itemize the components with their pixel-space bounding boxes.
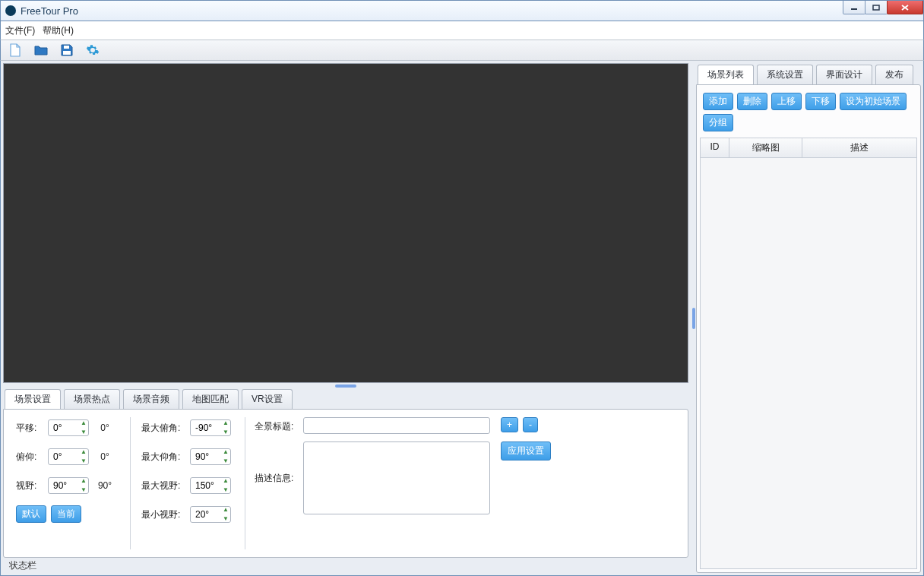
new-file-icon[interactable] <box>8 43 22 57</box>
toolbar <box>0 40 924 61</box>
window-titlebar: FreeTour Pro <box>0 0 924 21</box>
minus-button[interactable]: - <box>523 417 538 432</box>
gear-icon[interactable] <box>86 43 100 57</box>
move-down-button[interactable]: 下移 <box>805 93 836 110</box>
min-fov-label: 最小视野: <box>141 508 185 521</box>
group-button[interactable]: 分组 <box>703 114 733 131</box>
tilt-down-icon[interactable]: ▼ <box>80 458 87 464</box>
window-title: FreeTour Pro <box>21 5 78 17</box>
scene-settings-body: 平移: ▲▼ 0° 俯仰: ▲▼ 0° <box>3 409 688 558</box>
tab-scene-hotspots[interactable]: 场景热点 <box>64 389 120 409</box>
tilt-up-icon[interactable]: ▲ <box>80 449 87 455</box>
menu-help[interactable]: 帮助(H) <box>43 24 74 37</box>
tilt-spinner[interactable]: ▲▼ <box>48 448 89 465</box>
tab-system-settings[interactable]: 系统设置 <box>757 65 813 84</box>
default-button[interactable]: 默认 <box>16 505 46 523</box>
pan-label: 平移: <box>16 422 43 435</box>
set-initial-button[interactable]: 设为初始场景 <box>840 93 907 110</box>
right-panel: 场景列表 系统设置 界面设计 发布 添加 删除 上移 下移 设为初始场景 分组 … <box>696 63 921 573</box>
max-tilt-up-icon[interactable]: ▲ <box>222 420 229 426</box>
scene-list-body: 添加 删除 上移 下移 设为初始场景 分组 ID 缩略图 描述 <box>696 84 921 573</box>
horizontal-splitter[interactable] <box>3 383 688 389</box>
svg-rect-1 <box>873 5 879 10</box>
pan-up-icon[interactable]: ▲ <box>80 420 87 426</box>
statusbar: 状态栏 <box>3 558 688 573</box>
menu-file[interactable]: 文件(F) <box>5 24 35 37</box>
fov-down-icon[interactable]: ▼ <box>80 487 87 493</box>
fov-label: 视野: <box>16 479 43 492</box>
move-up-button[interactable]: 上移 <box>771 93 802 110</box>
min-tilt-label: 最大仰角: <box>141 451 185 464</box>
maximize-button[interactable] <box>865 1 888 14</box>
pan-spinner[interactable]: ▲▼ <box>48 419 89 436</box>
plus-button[interactable]: + <box>501 417 518 432</box>
svg-rect-5 <box>63 51 71 55</box>
save-disk-icon[interactable] <box>60 43 74 57</box>
menubar: 文件(F) 帮助(H) <box>0 21 924 40</box>
window-controls <box>843 1 923 21</box>
tab-scene-list[interactable]: 场景列表 <box>698 65 754 84</box>
fov-spinner[interactable]: ▲▼ <box>48 477 89 494</box>
min-tilt-spinner[interactable]: ▲▼ <box>190 448 231 465</box>
tilt-label: 俯仰: <box>16 451 43 464</box>
apply-settings-button[interactable]: 应用设置 <box>501 441 551 460</box>
pano-title-label: 全景标题: <box>255 417 297 433</box>
delete-button[interactable]: 删除 <box>737 93 767 110</box>
min-fov-spinner[interactable]: ▲▼ <box>190 506 231 523</box>
pano-title-input[interactable] <box>303 417 490 434</box>
close-button[interactable] <box>887 1 923 14</box>
desc-label: 描述信息: <box>255 441 297 485</box>
max-fov-down-icon[interactable]: ▼ <box>222 487 229 493</box>
add-button[interactable]: 添加 <box>703 93 733 110</box>
svg-rect-4 <box>64 46 69 49</box>
pan-down-icon[interactable]: ▼ <box>80 429 87 435</box>
tab-map-match[interactable]: 地图匹配 <box>182 389 239 409</box>
max-fov-up-icon[interactable]: ▲ <box>222 478 229 484</box>
left-column: 场景设置 场景热点 场景音频 地图匹配 VR设置 平移: ▲▼ 0° <box>3 63 688 573</box>
min-tilt-down-icon[interactable]: ▼ <box>222 458 229 464</box>
tab-ui-design[interactable]: 界面设计 <box>816 65 872 84</box>
panorama-viewport[interactable] <box>3 63 688 383</box>
max-fov-spinner[interactable]: ▲▼ <box>190 477 231 494</box>
statusbar-text: 状态栏 <box>9 560 36 571</box>
limits-column: 最大俯角: ▲▼ 最大仰角: ▲▼ 最大视野 <box>131 417 245 549</box>
scene-table-body[interactable] <box>700 158 917 569</box>
min-tilt-up-icon[interactable]: ▲ <box>222 449 229 455</box>
tilt-readout: 0° <box>93 451 116 462</box>
right-tabs: 场景列表 系统设置 界面设计 发布 <box>696 63 921 84</box>
max-tilt-label: 最大俯角: <box>141 422 185 435</box>
bottom-tabs: 场景设置 场景热点 场景音频 地图匹配 VR设置 <box>3 389 688 409</box>
bottom-panel: 场景设置 场景热点 场景音频 地图匹配 VR设置 平移: ▲▼ 0° <box>3 389 688 558</box>
scene-list-toolbar: 添加 删除 上移 下移 设为初始场景 分组 <box>697 85 920 138</box>
fov-readout: 90° <box>93 480 116 491</box>
tab-scene-audio[interactable]: 场景音频 <box>123 389 179 409</box>
meta-column: 全景标题: 描述信息: <box>245 417 490 549</box>
orientation-column: 平移: ▲▼ 0° 俯仰: ▲▼ 0° <box>10 417 131 549</box>
minimize-button[interactable] <box>843 1 865 14</box>
tab-scene-settings[interactable]: 场景设置 <box>5 389 61 409</box>
min-fov-down-icon[interactable]: ▼ <box>222 516 229 522</box>
content-area: 场景设置 场景热点 场景音频 地图匹配 VR设置 平移: ▲▼ 0° <box>0 61 924 576</box>
current-button[interactable]: 当前 <box>51 505 81 523</box>
action-column: + - 应用设置 <box>490 417 551 549</box>
max-fov-label: 最大视野: <box>141 479 185 492</box>
min-fov-up-icon[interactable]: ▲ <box>222 507 229 513</box>
tab-publish[interactable]: 发布 <box>875 65 913 84</box>
open-folder-icon[interactable] <box>34 43 48 57</box>
fov-up-icon[interactable]: ▲ <box>80 478 87 484</box>
pan-readout: 0° <box>93 423 116 433</box>
max-tilt-spinner[interactable]: ▲▼ <box>190 419 231 436</box>
max-tilt-down-icon[interactable]: ▼ <box>222 429 229 435</box>
scene-table-header: ID 缩略图 描述 <box>700 138 917 158</box>
col-id[interactable]: ID <box>701 138 729 157</box>
app-icon <box>5 5 16 16</box>
desc-textarea[interactable] <box>303 441 490 514</box>
tab-vr-settings[interactable]: VR设置 <box>242 389 293 409</box>
col-desc[interactable]: 描述 <box>802 138 916 157</box>
col-thumb[interactable]: 缩略图 <box>729 138 802 157</box>
